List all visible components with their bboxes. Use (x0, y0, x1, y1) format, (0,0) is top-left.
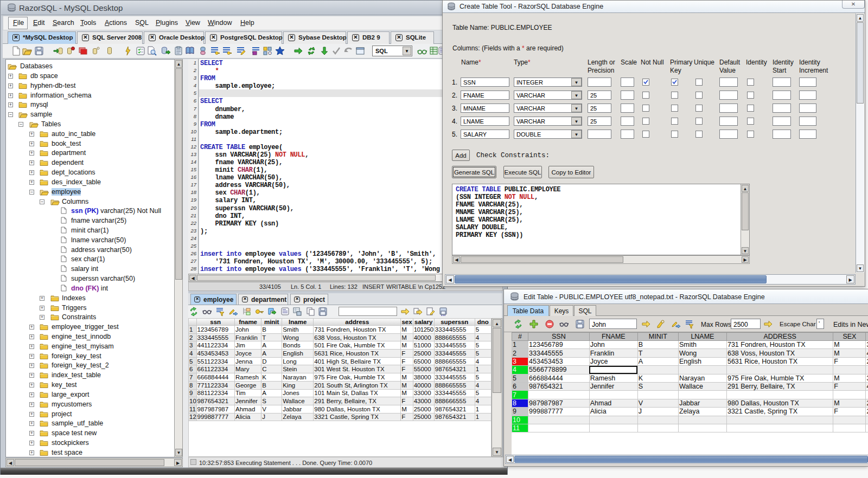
svg-text:O: O (268, 50, 272, 56)
